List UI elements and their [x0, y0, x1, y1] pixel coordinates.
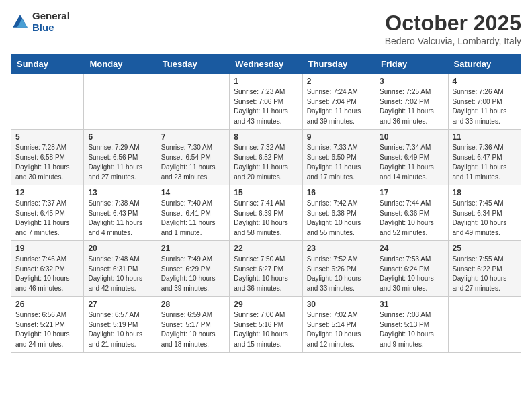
day-number: 4 — [453, 77, 517, 86]
day-number: 23 — [307, 244, 371, 253]
calendar-cell: 27Sunrise: 6:57 AMSunset: 5:19 PMDayligh… — [84, 297, 157, 353]
day-info: Sunrise: 6:56 AMSunset: 5:21 PMDaylight:… — [15, 310, 79, 349]
day-info: Sunrise: 7:30 AMSunset: 6:54 PMDaylight:… — [161, 143, 225, 182]
day-info: Sunrise: 7:28 AMSunset: 6:58 PMDaylight:… — [15, 143, 79, 182]
day-number: 12 — [15, 188, 79, 197]
calendar-cell: 14Sunrise: 7:40 AMSunset: 6:41 PMDayligh… — [157, 185, 229, 241]
calendar-week-row: 5Sunrise: 7:28 AMSunset: 6:58 PMDaylight… — [11, 130, 521, 185]
calendar-cell: 30Sunrise: 7:02 AMSunset: 5:14 PMDayligh… — [302, 297, 375, 353]
logo: General Blue — [11, 11, 70, 33]
calendar-cell: 12Sunrise: 7:37 AMSunset: 6:45 PMDayligh… — [11, 185, 84, 241]
calendar-cell: 15Sunrise: 7:41 AMSunset: 6:39 PMDayligh… — [230, 185, 302, 241]
day-number: 31 — [380, 300, 443, 309]
day-info: Sunrise: 7:36 AMSunset: 6:47 PMDaylight:… — [453, 143, 517, 182]
day-number: 3 — [380, 77, 443, 86]
title-block: October 2025 Bedero Valcuvia, Lombardy, … — [385, 11, 521, 46]
day-number: 22 — [234, 244, 298, 253]
calendar-cell: 1Sunrise: 7:23 AMSunset: 7:06 PMDaylight… — [230, 74, 302, 130]
day-info: Sunrise: 7:46 AMSunset: 6:32 PMDaylight:… — [15, 255, 79, 293]
calendar-week-row: 1Sunrise: 7:23 AMSunset: 7:06 PMDaylight… — [11, 74, 521, 130]
calendar-cell: 9Sunrise: 7:33 AMSunset: 6:50 PMDaylight… — [302, 130, 375, 185]
calendar-cell: 24Sunrise: 7:53 AMSunset: 6:24 PMDayligh… — [375, 241, 448, 297]
logo-blue: Blue — [32, 22, 70, 34]
day-info: Sunrise: 7:33 AMSunset: 6:50 PMDaylight:… — [307, 143, 371, 182]
calendar-cell — [84, 74, 157, 130]
day-info: Sunrise: 7:23 AMSunset: 7:06 PMDaylight:… — [234, 87, 298, 126]
weekday-header: Saturday — [448, 55, 521, 74]
calendar-cell — [448, 297, 521, 353]
calendar-cell: 28Sunrise: 6:59 AMSunset: 5:17 PMDayligh… — [157, 297, 229, 353]
day-number: 2 — [307, 77, 371, 86]
day-number: 14 — [161, 188, 225, 197]
day-info: Sunrise: 7:34 AMSunset: 6:49 PMDaylight:… — [380, 143, 443, 182]
day-info: Sunrise: 7:44 AMSunset: 6:36 PMDaylight:… — [380, 199, 443, 238]
day-number: 17 — [380, 188, 443, 197]
calendar-cell — [157, 74, 229, 130]
day-number: 20 — [88, 244, 152, 253]
day-number: 8 — [234, 132, 298, 142]
day-number: 5 — [15, 132, 79, 142]
day-info: Sunrise: 7:48 AMSunset: 6:31 PMDaylight:… — [88, 255, 152, 293]
weekday-header: Sunday — [11, 55, 84, 74]
day-number: 28 — [161, 300, 225, 309]
weekday-header: Thursday — [302, 55, 375, 74]
calendar-cell: 6Sunrise: 7:29 AMSunset: 6:56 PMDaylight… — [84, 130, 157, 185]
calendar-cell — [11, 74, 84, 130]
calendar-cell: 20Sunrise: 7:48 AMSunset: 6:31 PMDayligh… — [84, 241, 157, 297]
calendar-cell: 19Sunrise: 7:46 AMSunset: 6:32 PMDayligh… — [11, 241, 84, 297]
calendar-cell: 29Sunrise: 7:00 AMSunset: 5:16 PMDayligh… — [230, 297, 302, 353]
calendar-cell: 22Sunrise: 7:50 AMSunset: 6:27 PMDayligh… — [230, 241, 302, 297]
calendar-table: SundayMondayTuesdayWednesdayThursdayFrid… — [11, 54, 521, 353]
day-info: Sunrise: 7:52 AMSunset: 6:26 PMDaylight:… — [307, 255, 371, 293]
day-number: 16 — [307, 188, 371, 197]
day-number: 10 — [380, 132, 443, 142]
calendar-cell: 13Sunrise: 7:38 AMSunset: 6:43 PMDayligh… — [84, 185, 157, 241]
day-number: 19 — [15, 244, 79, 253]
calendar-cell: 4Sunrise: 7:26 AMSunset: 7:00 PMDaylight… — [448, 74, 521, 130]
day-number: 9 — [307, 132, 371, 142]
day-number: 18 — [453, 188, 517, 197]
calendar-cell: 10Sunrise: 7:34 AMSunset: 6:49 PMDayligh… — [375, 130, 448, 185]
day-info: Sunrise: 7:42 AMSunset: 6:38 PMDaylight:… — [307, 199, 371, 238]
day-info: Sunrise: 7:37 AMSunset: 6:45 PMDaylight:… — [15, 199, 79, 238]
day-info: Sunrise: 7:26 AMSunset: 7:00 PMDaylight:… — [453, 87, 517, 126]
calendar-cell: 21Sunrise: 7:49 AMSunset: 6:29 PMDayligh… — [157, 241, 229, 297]
calendar-week-row: 12Sunrise: 7:37 AMSunset: 6:45 PMDayligh… — [11, 185, 521, 241]
logo-text: General Blue — [32, 11, 70, 33]
day-number: 30 — [307, 300, 371, 309]
calendar-cell: 25Sunrise: 7:55 AMSunset: 6:22 PMDayligh… — [448, 241, 521, 297]
calendar-week-row: 19Sunrise: 7:46 AMSunset: 6:32 PMDayligh… — [11, 241, 521, 297]
calendar-cell: 26Sunrise: 6:56 AMSunset: 5:21 PMDayligh… — [11, 297, 84, 353]
day-info: Sunrise: 7:02 AMSunset: 5:14 PMDaylight:… — [307, 310, 371, 349]
calendar-cell: 2Sunrise: 7:24 AMSunset: 7:04 PMDaylight… — [302, 74, 375, 130]
logo-icon — [11, 13, 30, 32]
location: Bedero Valcuvia, Lombardy, Italy — [385, 36, 521, 46]
weekday-header: Wednesday — [230, 55, 302, 74]
day-info: Sunrise: 7:53 AMSunset: 6:24 PMDaylight:… — [380, 255, 443, 293]
calendar-cell: 11Sunrise: 7:36 AMSunset: 6:47 PMDayligh… — [448, 130, 521, 185]
day-number: 15 — [234, 188, 298, 197]
calendar-week-row: 26Sunrise: 6:56 AMSunset: 5:21 PMDayligh… — [11, 297, 521, 353]
calendar-cell: 5Sunrise: 7:28 AMSunset: 6:58 PMDaylight… — [11, 130, 84, 185]
day-number: 11 — [453, 132, 517, 142]
day-number: 21 — [161, 244, 225, 253]
calendar-cell: 23Sunrise: 7:52 AMSunset: 6:26 PMDayligh… — [302, 241, 375, 297]
day-info: Sunrise: 7:55 AMSunset: 6:22 PMDaylight:… — [453, 255, 517, 293]
weekday-header-row: SundayMondayTuesdayWednesdayThursdayFrid… — [11, 55, 521, 74]
logo-general: General — [32, 11, 70, 22]
day-number: 25 — [453, 244, 517, 253]
day-info: Sunrise: 7:49 AMSunset: 6:29 PMDaylight:… — [161, 255, 225, 293]
calendar-cell: 17Sunrise: 7:44 AMSunset: 6:36 PMDayligh… — [375, 185, 448, 241]
day-info: Sunrise: 7:24 AMSunset: 7:04 PMDaylight:… — [307, 87, 371, 126]
day-info: Sunrise: 7:50 AMSunset: 6:27 PMDaylight:… — [234, 255, 298, 293]
day-info: Sunrise: 7:03 AMSunset: 5:13 PMDaylight:… — [380, 310, 443, 349]
day-number: 29 — [234, 300, 298, 309]
day-number: 1 — [234, 77, 298, 86]
weekday-header: Monday — [84, 55, 157, 74]
day-info: Sunrise: 6:59 AMSunset: 5:17 PMDaylight:… — [161, 310, 225, 349]
day-info: Sunrise: 6:57 AMSunset: 5:19 PMDaylight:… — [88, 310, 152, 349]
day-number: 26 — [15, 300, 79, 309]
calendar-cell: 31Sunrise: 7:03 AMSunset: 5:13 PMDayligh… — [375, 297, 448, 353]
day-info: Sunrise: 7:00 AMSunset: 5:16 PMDaylight:… — [234, 310, 298, 349]
day-info: Sunrise: 7:25 AMSunset: 7:02 PMDaylight:… — [380, 87, 443, 126]
